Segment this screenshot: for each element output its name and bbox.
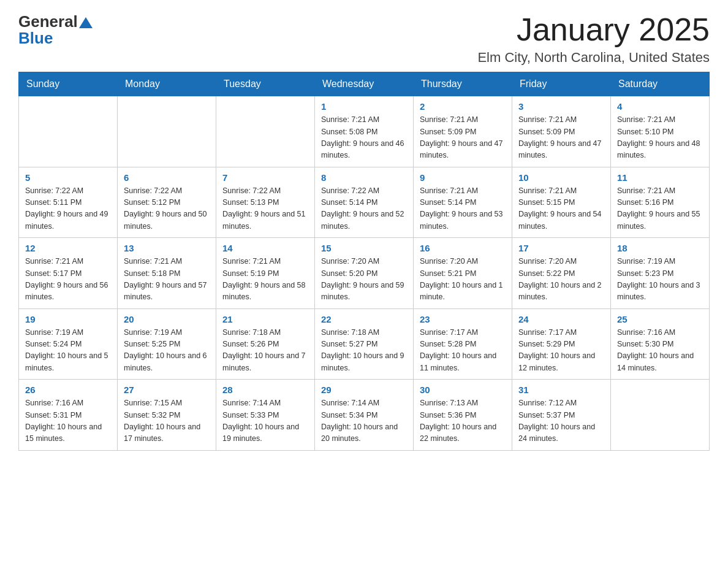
calendar-week-row: 12Sunrise: 7:21 AM Sunset: 5:17 PM Dayli… [19,238,710,309]
day-number: 14 [222,243,308,253]
day-info: Sunrise: 7:13 AM Sunset: 5:36 PM Dayligh… [420,397,506,445]
day-info: Sunrise: 7:15 AM Sunset: 5:32 PM Dayligh… [124,397,210,445]
day-info: Sunrise: 7:18 AM Sunset: 5:26 PM Dayligh… [222,327,308,375]
calendar-cell: 28Sunrise: 7:14 AM Sunset: 5:33 PM Dayli… [216,380,315,451]
day-info: Sunrise: 7:17 AM Sunset: 5:28 PM Dayligh… [420,327,506,375]
day-number: 5 [25,172,111,183]
svg-marker-0 [79,17,93,28]
calendar-cell: 12Sunrise: 7:21 AM Sunset: 5:17 PM Dayli… [19,238,118,309]
day-info: Sunrise: 7:14 AM Sunset: 5:33 PM Dayligh… [222,397,308,445]
day-info: Sunrise: 7:21 AM Sunset: 5:14 PM Dayligh… [420,185,506,233]
day-info: Sunrise: 7:20 AM Sunset: 5:20 PM Dayligh… [321,256,407,304]
calendar-header-sunday: Sunday [19,72,118,96]
calendar-cell: 15Sunrise: 7:20 AM Sunset: 5:20 PM Dayli… [315,238,414,309]
day-info: Sunrise: 7:21 AM Sunset: 5:08 PM Dayligh… [321,114,407,162]
calendar-cell: 19Sunrise: 7:19 AM Sunset: 5:24 PM Dayli… [19,308,118,380]
calendar-header-saturday: Saturday [611,72,710,96]
calendar-week-row: 19Sunrise: 7:19 AM Sunset: 5:24 PM Dayli… [19,308,710,380]
month-title: January 2025 [477,12,710,47]
day-info: Sunrise: 7:14 AM Sunset: 5:34 PM Dayligh… [321,397,407,445]
day-info: Sunrise: 7:19 AM Sunset: 5:23 PM Dayligh… [617,256,703,304]
day-number: 27 [124,385,210,395]
day-info: Sunrise: 7:21 AM Sunset: 5:18 PM Dayligh… [124,256,210,304]
calendar-cell [216,96,315,167]
calendar-cell: 4Sunrise: 7:21 AM Sunset: 5:10 PM Daylig… [611,96,710,167]
day-number: 3 [518,101,604,112]
calendar-cell: 30Sunrise: 7:13 AM Sunset: 5:36 PM Dayli… [414,380,512,451]
logo-triangle-icon [79,17,93,28]
day-info: Sunrise: 7:22 AM Sunset: 5:11 PM Dayligh… [25,185,111,233]
calendar-cell: 9Sunrise: 7:21 AM Sunset: 5:14 PM Daylig… [414,167,512,238]
location-title: Elm City, North Carolina, United States [477,50,710,66]
calendar-header-thursday: Thursday [414,72,512,96]
day-info: Sunrise: 7:17 AM Sunset: 5:29 PM Dayligh… [518,327,604,375]
calendar-cell: 16Sunrise: 7:20 AM Sunset: 5:21 PM Dayli… [414,238,512,309]
day-info: Sunrise: 7:21 AM Sunset: 5:19 PM Dayligh… [222,256,308,304]
calendar-cell: 11Sunrise: 7:21 AM Sunset: 5:16 PM Dayli… [611,167,710,238]
day-info: Sunrise: 7:21 AM Sunset: 5:10 PM Dayligh… [617,114,703,162]
day-info: Sunrise: 7:21 AM Sunset: 5:16 PM Dayligh… [617,185,703,233]
day-number: 30 [420,385,506,395]
calendar-cell: 31Sunrise: 7:12 AM Sunset: 5:37 PM Dayli… [512,380,611,451]
day-number: 2 [420,101,506,112]
calendar-cell: 2Sunrise: 7:21 AM Sunset: 5:09 PM Daylig… [414,96,512,167]
day-info: Sunrise: 7:21 AM Sunset: 5:17 PM Dayligh… [25,256,111,304]
day-info: Sunrise: 7:19 AM Sunset: 5:25 PM Dayligh… [124,327,210,375]
calendar-cell: 14Sunrise: 7:21 AM Sunset: 5:19 PM Dayli… [216,238,315,309]
calendar-header-monday: Monday [118,72,216,96]
calendar-cell: 5Sunrise: 7:22 AM Sunset: 5:11 PM Daylig… [19,167,118,238]
day-number: 24 [518,314,604,324]
calendar-header-tuesday: Tuesday [216,72,315,96]
day-info: Sunrise: 7:21 AM Sunset: 5:09 PM Dayligh… [420,114,506,162]
calendar-week-row: 5Sunrise: 7:22 AM Sunset: 5:11 PM Daylig… [19,167,710,238]
logo-blue: Blue [18,29,53,48]
day-number: 21 [222,314,308,324]
day-info: Sunrise: 7:19 AM Sunset: 5:24 PM Dayligh… [25,327,111,375]
calendar-cell [19,96,118,167]
calendar-cell: 27Sunrise: 7:15 AM Sunset: 5:32 PM Dayli… [118,380,216,451]
calendar-header-wednesday: Wednesday [315,72,414,96]
calendar-week-row: 1Sunrise: 7:21 AM Sunset: 5:08 PM Daylig… [19,96,710,167]
day-number: 18 [617,243,703,253]
day-number: 13 [124,243,210,253]
calendar-cell: 24Sunrise: 7:17 AM Sunset: 5:29 PM Dayli… [512,308,611,380]
day-number: 15 [321,243,407,253]
day-info: Sunrise: 7:22 AM Sunset: 5:13 PM Dayligh… [222,185,308,233]
day-number: 31 [518,385,604,395]
calendar-cell: 22Sunrise: 7:18 AM Sunset: 5:27 PM Dayli… [315,308,414,380]
calendar-cell [611,380,710,451]
day-info: Sunrise: 7:21 AM Sunset: 5:09 PM Dayligh… [518,114,604,162]
day-info: Sunrise: 7:20 AM Sunset: 5:22 PM Dayligh… [518,256,604,304]
day-number: 23 [420,314,506,324]
calendar-cell: 23Sunrise: 7:17 AM Sunset: 5:28 PM Dayli… [414,308,512,380]
calendar-cell: 26Sunrise: 7:16 AM Sunset: 5:31 PM Dayli… [19,380,118,451]
page-header: General Blue January 2025 Elm City, Nort… [18,12,710,66]
day-number: 19 [25,314,111,324]
calendar-table: SundayMondayTuesdayWednesdayThursdayFrid… [18,72,710,451]
calendar-header-friday: Friday [512,72,611,96]
day-number: 20 [124,314,210,324]
calendar-cell: 21Sunrise: 7:18 AM Sunset: 5:26 PM Dayli… [216,308,315,380]
day-number: 9 [420,172,506,183]
day-number: 22 [321,314,407,324]
calendar-cell: 8Sunrise: 7:22 AM Sunset: 5:14 PM Daylig… [315,167,414,238]
day-info: Sunrise: 7:18 AM Sunset: 5:27 PM Dayligh… [321,327,407,375]
day-number: 1 [321,101,407,112]
day-number: 29 [321,385,407,395]
day-number: 10 [518,172,604,183]
logo: General Blue [18,12,93,48]
calendar-cell: 18Sunrise: 7:19 AM Sunset: 5:23 PM Dayli… [611,238,710,309]
day-number: 25 [617,314,703,324]
calendar-header-row: SundayMondayTuesdayWednesdayThursdayFrid… [19,72,710,96]
day-number: 11 [617,172,703,183]
day-number: 17 [518,243,604,253]
calendar-cell: 17Sunrise: 7:20 AM Sunset: 5:22 PM Dayli… [512,238,611,309]
day-number: 7 [222,172,308,183]
day-number: 4 [617,101,703,112]
day-info: Sunrise: 7:12 AM Sunset: 5:37 PM Dayligh… [518,397,604,445]
calendar-cell: 7Sunrise: 7:22 AM Sunset: 5:13 PM Daylig… [216,167,315,238]
calendar-cell: 10Sunrise: 7:21 AM Sunset: 5:15 PM Dayli… [512,167,611,238]
day-info: Sunrise: 7:21 AM Sunset: 5:15 PM Dayligh… [518,185,604,233]
calendar-cell: 25Sunrise: 7:16 AM Sunset: 5:30 PM Dayli… [611,308,710,380]
title-area: January 2025 Elm City, North Carolina, U… [477,12,710,66]
